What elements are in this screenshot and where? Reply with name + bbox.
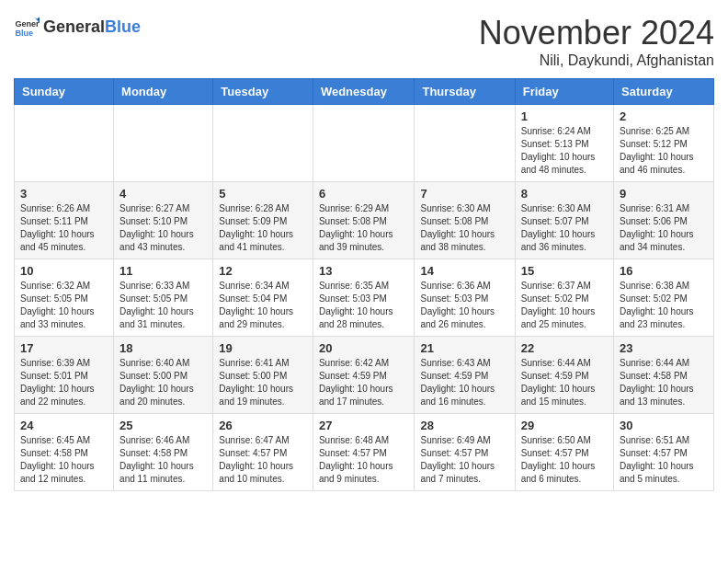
day-info: Sunrise: 6:28 AM Sunset: 5:09 PM Dayligh…: [219, 202, 307, 254]
day-number: 29: [521, 419, 608, 432]
calendar-cell: 17Sunrise: 6:39 AM Sunset: 5:01 PM Dayli…: [15, 337, 114, 414]
logo-icon: General Blue: [14, 14, 40, 40]
calendar-week-1: 1Sunrise: 6:24 AM Sunset: 5:13 PM Daylig…: [15, 105, 714, 182]
month-title: November 2024: [479, 14, 714, 52]
weekday-header-friday: Friday: [515, 79, 613, 105]
calendar-cell: [15, 105, 114, 182]
calendar-cell: 27Sunrise: 6:48 AM Sunset: 4:57 PM Dayli…: [313, 414, 415, 491]
day-info: Sunrise: 6:41 AM Sunset: 5:00 PM Dayligh…: [219, 357, 307, 408]
calendar-week-4: 17Sunrise: 6:39 AM Sunset: 5:01 PM Dayli…: [15, 337, 714, 414]
calendar-week-2: 3Sunrise: 6:26 AM Sunset: 5:11 PM Daylig…: [15, 182, 714, 259]
day-number: 25: [119, 419, 207, 432]
logo-blue-text: Blue: [105, 17, 141, 37]
calendar-cell: 2Sunrise: 6:25 AM Sunset: 5:12 PM Daylig…: [614, 105, 714, 182]
day-number: 15: [521, 264, 608, 278]
svg-text:General: General: [15, 19, 40, 29]
calendar-cell: 13Sunrise: 6:35 AM Sunset: 5:03 PM Dayli…: [313, 259, 415, 337]
day-number: 1: [521, 109, 608, 123]
calendar-cell: 24Sunrise: 6:45 AM Sunset: 4:58 PM Dayli…: [15, 414, 114, 491]
calendar-cell: 12Sunrise: 6:34 AM Sunset: 5:04 PM Dayli…: [213, 259, 313, 337]
day-number: 3: [20, 187, 108, 201]
day-number: 7: [420, 187, 508, 201]
day-info: Sunrise: 6:49 AM Sunset: 4:57 PM Dayligh…: [420, 434, 508, 486]
day-number: 22: [521, 341, 608, 355]
calendar-cell: [415, 105, 515, 182]
day-number: 24: [20, 419, 108, 432]
day-info: Sunrise: 6:33 AM Sunset: 5:05 PM Dayligh…: [119, 280, 207, 331]
calendar-cell: 1Sunrise: 6:24 AM Sunset: 5:13 PM Daylig…: [515, 105, 613, 182]
day-number: 8: [521, 187, 608, 201]
day-info: Sunrise: 6:27 AM Sunset: 5:10 PM Dayligh…: [119, 202, 207, 254]
calendar-cell: 14Sunrise: 6:36 AM Sunset: 5:03 PM Dayli…: [415, 259, 515, 337]
calendar-cell: 8Sunrise: 6:30 AM Sunset: 5:07 PM Daylig…: [515, 182, 613, 259]
calendar-table: SundayMondayTuesdayWednesdayThursdayFrid…: [14, 78, 714, 491]
day-info: Sunrise: 6:34 AM Sunset: 5:04 PM Dayligh…: [219, 280, 307, 331]
svg-text:Blue: Blue: [15, 29, 33, 38]
day-info: Sunrise: 6:26 AM Sunset: 5:11 PM Dayligh…: [20, 202, 108, 254]
calendar-cell: 6Sunrise: 6:29 AM Sunset: 5:08 PM Daylig…: [313, 182, 415, 259]
day-number: 6: [319, 187, 409, 201]
location-title: Nili, Daykundi, Afghanistan: [479, 52, 714, 69]
weekday-header-tuesday: Tuesday: [213, 79, 313, 105]
title-area: November 2024 Nili, Daykundi, Afghanista…: [479, 14, 714, 69]
calendar-cell: 20Sunrise: 6:42 AM Sunset: 4:59 PM Dayli…: [313, 337, 415, 414]
calendar-cell: 11Sunrise: 6:33 AM Sunset: 5:05 PM Dayli…: [114, 259, 213, 337]
calendar-cell: [114, 105, 213, 182]
calendar-cell: 4Sunrise: 6:27 AM Sunset: 5:10 PM Daylig…: [114, 182, 213, 259]
calendar-week-3: 10Sunrise: 6:32 AM Sunset: 5:05 PM Dayli…: [15, 259, 714, 337]
day-number: 2: [620, 109, 708, 123]
day-number: 4: [119, 187, 207, 201]
calendar-cell: 16Sunrise: 6:38 AM Sunset: 5:02 PM Dayli…: [614, 259, 714, 337]
calendar-header-row: SundayMondayTuesdayWednesdayThursdayFrid…: [15, 79, 714, 105]
day-info: Sunrise: 6:50 AM Sunset: 4:57 PM Dayligh…: [521, 434, 608, 486]
weekday-header-saturday: Saturday: [614, 79, 714, 105]
calendar-cell: 7Sunrise: 6:30 AM Sunset: 5:08 PM Daylig…: [415, 182, 515, 259]
day-info: Sunrise: 6:38 AM Sunset: 5:02 PM Dayligh…: [620, 280, 708, 331]
calendar-cell: [213, 105, 313, 182]
calendar-cell: 19Sunrise: 6:41 AM Sunset: 5:00 PM Dayli…: [213, 337, 313, 414]
day-info: Sunrise: 6:44 AM Sunset: 4:59 PM Dayligh…: [521, 357, 608, 408]
day-info: Sunrise: 6:35 AM Sunset: 5:03 PM Dayligh…: [319, 280, 409, 331]
day-info: Sunrise: 6:45 AM Sunset: 4:58 PM Dayligh…: [20, 434, 108, 486]
calendar-cell: 26Sunrise: 6:47 AM Sunset: 4:57 PM Dayli…: [213, 414, 313, 491]
day-number: 16: [620, 264, 708, 278]
day-number: 17: [20, 341, 108, 355]
day-number: 23: [620, 341, 708, 355]
weekday-header-thursday: Thursday: [415, 79, 515, 105]
calendar-cell: 18Sunrise: 6:40 AM Sunset: 5:00 PM Dayli…: [114, 337, 213, 414]
day-number: 19: [219, 341, 307, 355]
calendar-cell: 30Sunrise: 6:51 AM Sunset: 4:57 PM Dayli…: [614, 414, 714, 491]
day-info: Sunrise: 6:29 AM Sunset: 5:08 PM Dayligh…: [319, 202, 409, 254]
calendar-cell: 21Sunrise: 6:43 AM Sunset: 4:59 PM Dayli…: [415, 337, 515, 414]
calendar-cell: 29Sunrise: 6:50 AM Sunset: 4:57 PM Dayli…: [515, 414, 613, 491]
day-info: Sunrise: 6:46 AM Sunset: 4:58 PM Dayligh…: [119, 434, 207, 486]
day-number: 18: [119, 341, 207, 355]
calendar-cell: 15Sunrise: 6:37 AM Sunset: 5:02 PM Dayli…: [515, 259, 613, 337]
weekday-header-monday: Monday: [114, 79, 213, 105]
day-info: Sunrise: 6:25 AM Sunset: 5:12 PM Dayligh…: [620, 125, 708, 177]
day-info: Sunrise: 6:24 AM Sunset: 5:13 PM Dayligh…: [521, 125, 608, 177]
calendar-cell: 5Sunrise: 6:28 AM Sunset: 5:09 PM Daylig…: [213, 182, 313, 259]
day-number: 5: [219, 187, 307, 201]
day-info: Sunrise: 6:37 AM Sunset: 5:02 PM Dayligh…: [521, 280, 608, 331]
day-number: 26: [219, 419, 307, 432]
day-number: 21: [420, 341, 508, 355]
day-number: 27: [319, 419, 409, 432]
calendar-cell: 9Sunrise: 6:31 AM Sunset: 5:06 PM Daylig…: [614, 182, 714, 259]
day-number: 28: [420, 419, 508, 432]
day-info: Sunrise: 6:44 AM Sunset: 4:58 PM Dayligh…: [620, 357, 708, 408]
day-number: 10: [20, 264, 108, 278]
calendar-cell: 28Sunrise: 6:49 AM Sunset: 4:57 PM Dayli…: [415, 414, 515, 491]
day-number: 30: [620, 419, 708, 432]
calendar-cell: 25Sunrise: 6:46 AM Sunset: 4:58 PM Dayli…: [114, 414, 213, 491]
day-info: Sunrise: 6:36 AM Sunset: 5:03 PM Dayligh…: [420, 280, 508, 331]
day-info: Sunrise: 6:30 AM Sunset: 5:07 PM Dayligh…: [521, 202, 608, 254]
day-info: Sunrise: 6:32 AM Sunset: 5:05 PM Dayligh…: [20, 280, 108, 331]
day-info: Sunrise: 6:47 AM Sunset: 4:57 PM Dayligh…: [219, 434, 307, 486]
day-number: 9: [620, 187, 708, 201]
day-info: Sunrise: 6:42 AM Sunset: 4:59 PM Dayligh…: [319, 357, 409, 408]
logo-general-text: General: [43, 17, 105, 37]
calendar-week-5: 24Sunrise: 6:45 AM Sunset: 4:58 PM Dayli…: [15, 414, 714, 491]
day-info: Sunrise: 6:40 AM Sunset: 5:00 PM Dayligh…: [119, 357, 207, 408]
day-number: 14: [420, 264, 508, 278]
